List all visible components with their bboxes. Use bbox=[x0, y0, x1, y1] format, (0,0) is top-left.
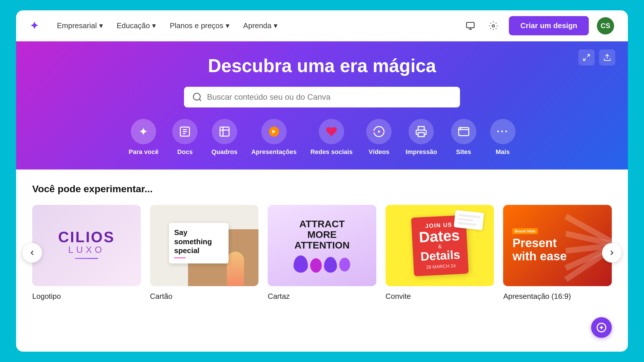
category-docs[interactable]: Docs bbox=[172, 119, 198, 156]
card-cartaz[interactable]: ATTRACTMOREATTENTION Cartaz bbox=[268, 205, 376, 301]
nav-planos[interactable]: Planos e preços ▾ bbox=[170, 21, 229, 30]
category-apresentacoes[interactable]: Apresentações bbox=[251, 119, 297, 156]
svg-point-1 bbox=[492, 25, 494, 27]
monitor-icon[interactable] bbox=[463, 18, 478, 33]
card-apresentacao[interactable]: Brand Slide Presentwith ease Apresentaçã… bbox=[503, 205, 612, 301]
create-design-button[interactable]: Criar um design bbox=[509, 16, 589, 35]
card-convite-label: Convite bbox=[386, 292, 411, 301]
svg-rect-4 bbox=[220, 127, 229, 136]
category-quadros[interactable]: Quadros bbox=[211, 119, 237, 156]
search-icon bbox=[192, 92, 202, 102]
content-area: Você pode experimentar... CILIOS LUXO bbox=[16, 170, 628, 352]
search-bar bbox=[184, 87, 460, 107]
prev-arrow-button[interactable] bbox=[22, 243, 42, 263]
categories: ✦ Para você Docs Quadros Apres bbox=[32, 119, 612, 158]
chevron-down-icon: ▾ bbox=[152, 21, 156, 30]
svg-point-2 bbox=[193, 93, 200, 100]
search-input[interactable] bbox=[207, 93, 452, 102]
nav-empresarial[interactable]: Empresarial ▾ bbox=[57, 21, 103, 30]
cards-wrapper: CILIOS LUXO Logotipo bbox=[32, 205, 612, 301]
hero-section: Descubra uma era mágica ✦ Para você Docs bbox=[16, 41, 628, 170]
svg-rect-0 bbox=[467, 22, 474, 28]
category-impressao[interactable]: Impressão bbox=[405, 119, 437, 156]
card-convite[interactable]: JOIN US Dates & Details 28 MARCH 24 bbox=[386, 205, 494, 301]
navbar: ✦ Empresarial ▾ Educação ▾ Planos e preç… bbox=[16, 10, 628, 41]
resize-icon[interactable] bbox=[578, 49, 595, 66]
category-videos[interactable]: Vídeos bbox=[366, 119, 392, 156]
card-cartaz-label: Cartaz bbox=[268, 292, 290, 301]
upload-icon[interactable] bbox=[599, 49, 615, 66]
hero-actions bbox=[578, 49, 615, 66]
settings-icon[interactable] bbox=[486, 18, 501, 33]
chevron-down-icon: ▾ bbox=[226, 21, 229, 30]
hero-title: Descubra uma era mágica bbox=[32, 55, 612, 76]
section-title: Você pode experimentar... bbox=[32, 183, 612, 195]
fab-button[interactable] bbox=[591, 317, 612, 338]
card-cartao-label: Cartão bbox=[150, 292, 172, 301]
nav-aprenda[interactable]: Aprenda ▾ bbox=[243, 21, 277, 30]
logo: ✦ bbox=[30, 20, 39, 32]
category-mais[interactable]: ··· Mais bbox=[490, 119, 515, 156]
svg-rect-7 bbox=[418, 133, 424, 137]
card-logotipo-label: Logotipo bbox=[32, 292, 61, 301]
card-logotipo[interactable]: CILIOS LUXO Logotipo bbox=[32, 205, 141, 301]
card-apresentacao-label: Apresentação (16:9) bbox=[503, 292, 571, 301]
avatar[interactable]: CS bbox=[597, 17, 614, 34]
nav-icons: Criar um design CS bbox=[463, 16, 614, 35]
category-sites[interactable]: Sites bbox=[451, 119, 476, 156]
chevron-down-icon: ▾ bbox=[274, 21, 277, 30]
nav-educacao[interactable]: Educação ▾ bbox=[117, 21, 156, 30]
card-cartao[interactable]: Say somethingspecial Cartão bbox=[150, 205, 259, 301]
next-arrow-button[interactable] bbox=[602, 243, 622, 263]
category-para-voce[interactable]: ✦ Para você bbox=[129, 119, 159, 156]
cards-row: CILIOS LUXO Logotipo bbox=[32, 205, 612, 301]
chevron-down-icon: ▾ bbox=[99, 21, 103, 30]
category-redes-sociais[interactable]: Redes sociais bbox=[310, 119, 353, 156]
